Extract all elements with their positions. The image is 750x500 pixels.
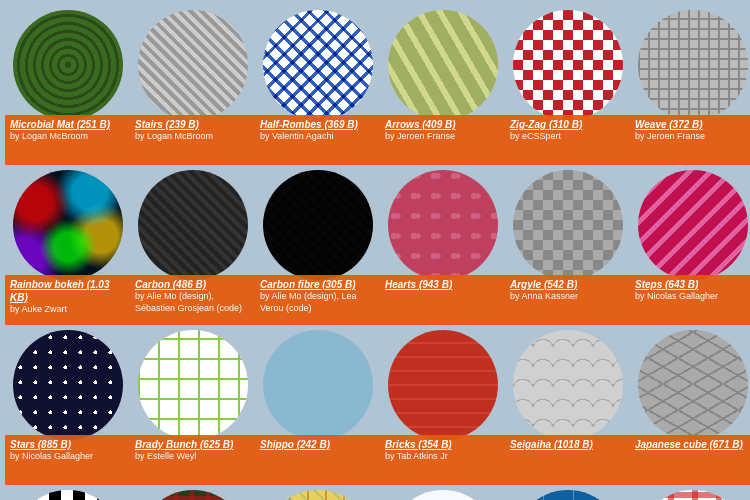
tile-weave[interactable]: Weave (372 B)by Jeroen Franse [630,5,750,165]
pattern-circle [513,330,623,440]
tile-label: Weave (372 B)by Jeroen Franse [630,115,750,165]
pattern-circle [13,10,123,120]
tile-label: Microbial Mat (251 B)by Logan McBroom [5,115,130,165]
tile-name: Stars (885 B) [10,439,71,450]
tile-author: by Valentin Agachi [260,131,375,143]
tile-label: Argyle (542 B)by Anna Kassner [505,275,630,325]
tile-label: Stars (885 B)by Nicolas Gallagher [5,435,130,485]
tile-name: Zig-Zag (310 B) [510,119,582,130]
tile-name: Brady Bunch (625 B) [135,439,233,450]
tile-label: Zig-Zag (310 B)by eCSSpert [505,115,630,165]
pattern-circle [13,170,123,280]
pattern-circle [638,10,748,120]
pattern-circle [388,170,498,280]
tile-blueprint-grid[interactable]: Blueprint grid [505,485,630,500]
tile-label: Rainbow bokeh (1.03 KB)by Auke Zwart [5,275,130,325]
pattern-circle [263,330,373,440]
tile-zig-zag[interactable]: Zig-Zag (310 B)by eCSSpert [505,5,630,165]
pattern-circle [13,490,123,500]
pattern-circle [638,330,748,440]
tile-author: by Anna Kassner [510,291,625,303]
tile-author: by Estelle Weyl [135,451,250,463]
pattern-circle [138,330,248,440]
tile-author: by Alie Mo (design), Sébastien Grosjean … [135,291,250,314]
tile-tablecloth[interactable]: Tablecloth (169 B) [630,485,750,500]
tile-name: Stairs (239 B) [135,119,199,130]
tile-half-rombes[interactable]: Half-Rombes (369 B)by Valentin Agachi [255,5,380,165]
tile-label: Carbon (486 B)by Alie Mo (design), Sébas… [130,275,255,325]
pattern-circle [638,490,748,500]
tile-label: Half-Rombes (369 B)by Valentin Agachi [255,115,380,165]
tile-label: Brady Bunch (625 B)by Estelle Weyl [130,435,255,485]
pattern-circle [263,490,373,500]
tile-label: Carbon fibre (305 B)by Alie Mo (design),… [255,275,380,325]
tile-author: by Auke Zwart [10,304,125,316]
tile-label: Hearts (943 B) [380,275,505,325]
tile-name: Arrows (409 B) [385,119,456,130]
tile-stairs[interactable]: Stairs (239 B)by Logan McBroom [130,5,255,165]
tile-shippo[interactable]: Shippo (242 B) [255,325,380,485]
pattern-circle [263,170,373,280]
pattern-circle [388,330,498,440]
tile-microbial-mat[interactable]: Microbial Mat (251 B)by Logan McBroom [5,5,130,165]
tile-argyle[interactable]: Argyle (542 B)by Anna Kassner [505,165,630,325]
pattern-circle [263,10,373,120]
tile-name: Hearts (943 B) [385,279,452,290]
tile-author: by eCSSpert [510,131,625,143]
tile-label: Steps (643 B)by Nicolas Gallagher [630,275,750,325]
tile-rainbow-bokeh[interactable]: Rainbow bokeh (1.03 KB)by Auke Zwart [5,165,130,325]
tile-label: Japanese cube (671 B) [630,435,750,485]
tile-stars[interactable]: Stars (885 B)by Nicolas Gallagher [5,325,130,485]
tile-brady-bunch[interactable]: Brady Bunch (625 B)by Estelle Weyl [130,325,255,485]
pattern-circle [388,10,498,120]
tile-lined-paper[interactable]: Lined paper (209) [380,485,505,500]
tile-label: Seigaiha (1018 B) [505,435,630,485]
tile-carbon[interactable]: Carbon (486 B)by Alie Mo (design), Sébas… [130,165,255,325]
pattern-grid: Microbial Mat (251 B)by Logan McBroomSta… [0,0,750,500]
pattern-circle [138,10,248,120]
tile-steps[interactable]: Steps (643 B)by Nicolas Gallagher [630,165,750,325]
pattern-circle [513,170,623,280]
tile-tartan[interactable]: Tartan (1.15 KB) [130,485,255,500]
tile-label: Bricks (354 B)by Tab Atkins Jr [380,435,505,485]
pattern-circle [138,170,248,280]
tile-diagonal[interactable]: Diagonal [5,485,130,500]
tile-name: Steps (643 B) [635,279,698,290]
tile-name: Carbon fibre (305 B) [260,279,356,290]
pattern-circle [13,330,123,440]
pattern-circle [138,490,248,500]
tile-name: Bricks (354 B) [385,439,452,450]
tile-author: by Alie Mo (design), Lea Verou (code) [260,291,375,314]
pattern-circle [638,170,748,280]
tile-name: Shippo (242 B) [260,439,330,450]
tile-bricks[interactable]: Bricks (354 B)by Tab Atkins Jr [380,325,505,485]
tile-name: Argyle (542 B) [510,279,577,290]
pattern-circle [388,490,498,500]
tile-name: Seigaiha (1018 B) [510,439,593,450]
tile-seigaiha[interactable]: Seigaiha (1018 B) [505,325,630,485]
tile-name: Half-Rombes (369 B) [260,119,358,130]
tile-author: by Nicolas Gallagher [635,291,750,303]
tile-name: Microbial Mat (251 B) [10,119,110,130]
tile-author: by Tab Atkins Jr [385,451,500,463]
tile-arrows[interactable]: Arrows (409 B)by Jeroen Franse [380,5,505,165]
tile-name: Carbon (486 B) [135,279,206,290]
tile-author: by Nicolas Gallagher [10,451,125,463]
tile-author: by Logan McBroom [10,131,125,143]
tile-name: Japanese cube (671 B) [635,439,743,450]
pattern-circle [513,490,623,500]
tile-author: by Logan McBroom [135,131,250,143]
tile-carbon-fibre[interactable]: Carbon fibre (305 B)by Alie Mo (design),… [255,165,380,325]
tile-japanese-cube[interactable]: Japanese cube (671 B) [630,325,750,485]
tile-label: Arrows (409 B)by Jeroen Franse [380,115,505,165]
tile-label: Stairs (239 B)by Logan McBroom [130,115,255,165]
pattern-circle [513,10,623,120]
tile-madras[interactable]: Madras (1.51 KB) [255,485,380,500]
tile-label: Shippo (242 B) [255,435,380,485]
tile-author: by Jeroen Franse [635,131,750,143]
tile-hearts[interactable]: Hearts (943 B) [380,165,505,325]
tile-name: Weave (372 B) [635,119,703,130]
tile-name: Rainbow bokeh (1.03 KB) [10,279,109,303]
tile-author: by Jeroen Franse [385,131,500,143]
